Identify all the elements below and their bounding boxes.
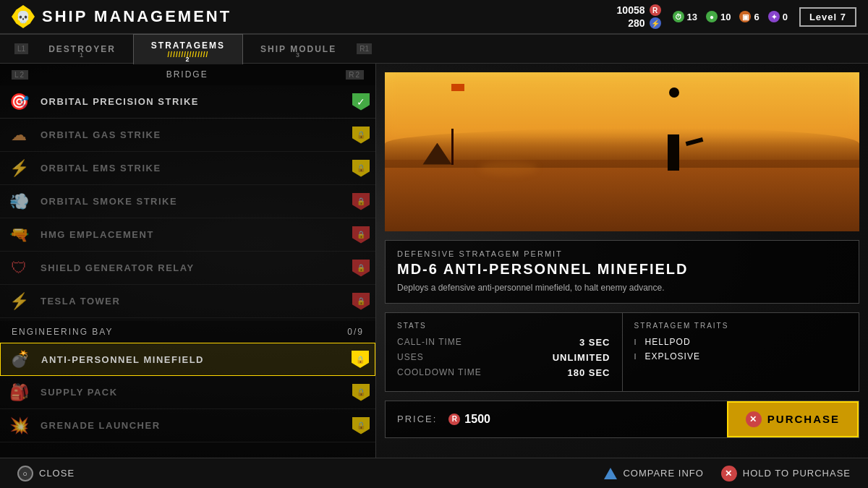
res-val-1: 13 <box>687 12 697 22</box>
list-item[interactable]: 🎯 ORBITAL PRECISION STRIKE ✓ <box>0 85 375 119</box>
flagpole <box>451 129 454 165</box>
bridge-label: BRIDGE <box>166 69 208 80</box>
lock-icon-supply: 🔒 <box>357 388 365 396</box>
list-item[interactable]: 💨 ORBITAL SMOKE STRIKE 🔒 <box>0 185 375 218</box>
item-name-orbital-precision: ORBITAL PRECISION STRIKE <box>41 96 352 107</box>
item-name-minefield: ANTI-PERSONNEL MINEFIELD <box>41 354 352 365</box>
haze <box>385 72 859 136</box>
r2-button: R2 <box>346 70 364 80</box>
lock-icon-tesla: 🔒 <box>357 297 365 305</box>
trait-explosive: I EXPLOSIVE <box>634 351 848 361</box>
list-item[interactable]: 💣 ANTI-PERSONNEL MINEFIELD 🔒 <box>0 343 375 376</box>
main-container: 💀 SHIP MANAGEMENT 10058 R 280 ⚡ ⏱ 13 <box>0 0 868 488</box>
tab-destroyer[interactable]: DESTROYER 1 <box>31 38 133 60</box>
list-item[interactable]: 🛡 SHIELD GENERATOR RELAY 🔒 <box>0 252 375 285</box>
res-icon-3: ▣ <box>739 11 751 22</box>
soldier-head <box>669 87 679 98</box>
tab-ship-module[interactable]: SHIP MODULE 3 <box>243 38 354 60</box>
hold-x-icon: ✕ <box>721 466 737 481</box>
traits-section: STRATAGEM TRAITS I HELLPOD I EXPLOSIVE <box>623 313 859 391</box>
stat-cooldown-value: 180 SEC <box>567 367 610 378</box>
item-icon-tesla: ⚡ <box>6 288 32 314</box>
lock-icon-smoke: 🔒 <box>357 197 365 205</box>
lock-icon-hmg: 🔒 <box>357 231 365 239</box>
item-name-supply: SUPPLY PACK <box>41 387 352 398</box>
price-label: PRICE: <box>397 414 437 424</box>
stat-row-callin: CALL-IN TIME 3 SEC <box>397 337 610 348</box>
unlock-badge-checked: ✓ <box>352 93 370 111</box>
unlock-badge-red-smoke: 🔒 <box>352 193 370 210</box>
dust <box>480 161 537 176</box>
stat-callin-label: CALL-IN TIME <box>397 337 462 347</box>
traits-label: STRATAGEM TRAITS <box>634 322 848 330</box>
currency-lightning-row: 280 ⚡ <box>628 17 660 29</box>
list-item[interactable]: 💥 GRENADE LAUNCHER 🔒 <box>0 409 375 442</box>
item-icon-minefield: 💣 <box>7 346 33 372</box>
compare-button[interactable]: COMPARE INFO <box>604 466 703 481</box>
unlock-badge-red-hmg: 🔒 <box>352 226 370 244</box>
lock-icon-grenade: 🔒 <box>357 421 365 429</box>
stat-callin-value: 3 SEC <box>579 337 610 348</box>
unlock-badge-yellow-grenade: 🔒 <box>352 417 370 435</box>
check-icon: ✓ <box>357 96 365 108</box>
currency-r-icon: R <box>650 4 661 16</box>
left-panel: L2 BRIDGE R2 🎯 ORBITAL PRECISION STRIKE … <box>0 64 376 458</box>
permit-label: DEFENSIVE STRATAGEM PERMIT <box>397 249 847 258</box>
item-name-shield: SHIELD GENERATOR RELAY <box>41 262 352 273</box>
close-label: CLOSE <box>39 468 75 479</box>
engineering-section-header: ENGINEERING BAY 0/9 <box>0 321 375 343</box>
list-item[interactable]: 🔫 HMG EMPLACEMENT 🔒 <box>0 218 375 252</box>
l1-label: L1 <box>14 43 28 54</box>
preview-image <box>385 72 859 231</box>
stat-row-cooldown: COOLDOWN TIME 180 SEC <box>397 367 610 378</box>
resource-icons: ⏱ 13 ● 10 ▣ 6 ✦ 0 <box>673 11 788 22</box>
price-currency-icon: R <box>448 414 460 425</box>
currency-lightning-icon: ⚡ <box>650 17 661 29</box>
item-icon-hmg: 🔫 <box>6 222 32 248</box>
lock-icon: 🔒 <box>357 131 365 139</box>
stat-cooldown-label: COOLDOWN TIME <box>397 367 482 377</box>
page-title: SHIP MANAGEMENT <box>42 7 231 26</box>
unlock-badge-yellow-mine: 🔒 <box>352 351 369 368</box>
bridge-section-header: L2 BRIDGE R2 <box>0 64 375 85</box>
hold-purchase-button[interactable]: ✕ HOLD TO PURCHASE <box>721 466 851 481</box>
list-item[interactable]: ⚡ TESLA TOWER 🔒 <box>0 285 375 318</box>
preview-scene <box>385 72 859 231</box>
currency-lightning-value: 280 <box>628 17 644 29</box>
soldier-body <box>668 134 679 171</box>
trait-name-explosive: EXPLOSIVE <box>645 351 700 361</box>
close-circle-icon: ○ <box>17 466 33 481</box>
close-button[interactable]: ○ CLOSE <box>17 466 75 481</box>
res-val-3: 6 <box>754 12 759 22</box>
purchase-button[interactable]: ✕ PURCHASE <box>727 401 859 437</box>
item-icon-orbital-precision: 🎯 <box>6 89 32 115</box>
res-icon-4: ✦ <box>768 11 780 22</box>
res-val-2: 10 <box>720 12 731 22</box>
item-icon-grenade: 💥 <box>6 413 32 439</box>
unlock-badge-yellow: 🔒 <box>352 127 370 144</box>
top-bar: 💀 SHIP MANAGEMENT 10058 R 280 ⚡ ⏱ 13 <box>0 0 868 35</box>
main-content: L2 BRIDGE R2 🎯 ORBITAL PRECISION STRIKE … <box>0 64 868 458</box>
list-item[interactable]: 🎒 SUPPLY PACK 🔒 <box>0 376 375 409</box>
res-val-4: 0 <box>783 12 788 22</box>
top-bar-right: 10058 R 280 ⚡ ⏱ 13 ● 10 ▣ <box>617 4 856 29</box>
lock-icon-shield: 🔒 <box>357 264 365 272</box>
engineering-label: ENGINEERING BAY <box>12 327 113 337</box>
unlock-badge-yellow-supply: 🔒 <box>352 384 370 401</box>
list-item[interactable]: ⚡ ORBITAL EMS STRIKE 🔒 <box>0 152 375 185</box>
item-detail: DEFENSIVE STRATAGEM PERMIT MD-6 ANTI-PER… <box>385 240 859 304</box>
item-name-orbital-gas: ORBITAL GAS STRIKE <box>41 129 352 140</box>
trait-bullet-explosive: I <box>634 352 637 361</box>
tab-stratagems-num: 2 <box>185 56 190 63</box>
item-title: MD-6 ANTI-PERSONNEL MINEFIELD <box>397 261 847 278</box>
ground <box>385 160 859 231</box>
resource-item-3: ▣ 6 <box>739 11 759 22</box>
purchase-label: PURCHASE <box>767 413 840 425</box>
bottom-bar: ○ CLOSE COMPARE INFO ✕ HOLD TO PURCHASE <box>0 458 868 488</box>
currency-r-value: 10058 <box>617 4 645 16</box>
stats-label: STATS <box>397 322 610 330</box>
tab-stratagems[interactable]: STRATAGEMS /////////////// 2 <box>133 34 243 64</box>
list-item[interactable]: ☁ ORBITAL GAS STRIKE 🔒 <box>0 119 375 152</box>
trait-bullet-hellpod: I <box>634 338 637 346</box>
item-name-grenade: GRENADE LAUNCHER <box>41 420 352 431</box>
